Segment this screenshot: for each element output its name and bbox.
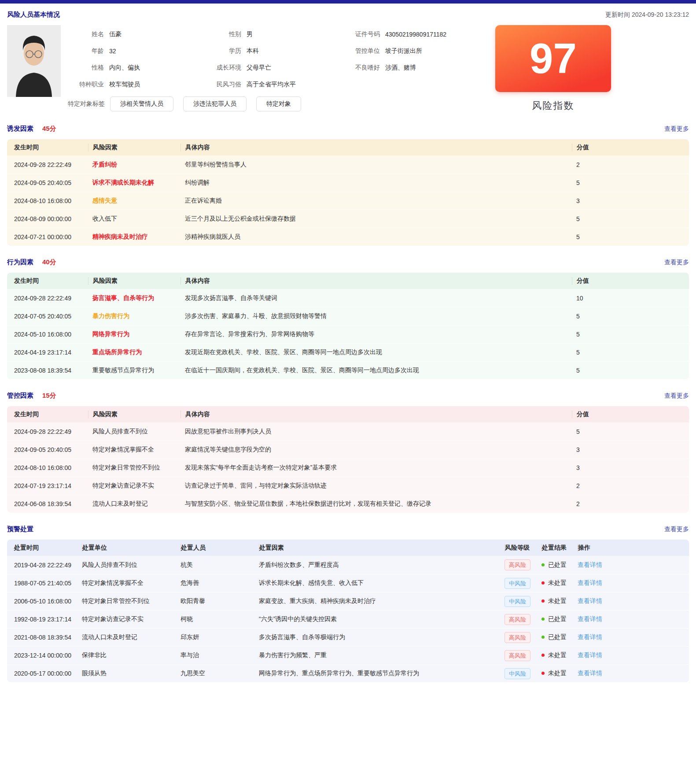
cell-score: 2 <box>572 482 689 489</box>
cell-score: 3 <box>572 446 689 453</box>
table-row: 2024-09-28 22:22:49 矛盾纠纷 邻里等纠纷警情当事人 2 <box>7 155 689 174</box>
view-more-link[interactable]: 查看更多 <box>664 525 689 533</box>
cell-factor: 风险人员排查不到位 <box>88 428 180 436</box>
view-more-link[interactable]: 查看更多 <box>664 125 689 133</box>
result-status: 已处置 <box>541 633 567 640</box>
cell-factor: 诉求长期未化解、感情失意、收入低下 <box>259 579 505 587</box>
cell-action: 查看详情 <box>578 597 689 605</box>
cell-factor: “六失”诱因中的关键失控因素 <box>259 615 505 623</box>
factor-name: 感情失意 <box>92 197 117 204</box>
section-score: 45分 <box>42 125 56 133</box>
cell-risk-level: 高风险 <box>505 632 541 643</box>
field-value: 430502199809171182 <box>385 31 446 38</box>
col-header-score: 分值 <box>572 410 689 418</box>
status-dot-icon <box>541 672 545 675</box>
table-row: 2024-06-08 18:39:54 流动人口未及时登记 与智慧安防小区、物业… <box>7 495 689 513</box>
special-object-tag[interactable]: 涉相关警情人员 <box>110 96 173 111</box>
cell-factor: 矛盾纠纷次数多、严重程度高 <box>259 561 505 569</box>
view-detail-link[interactable]: 查看详情 <box>578 615 602 622</box>
cell-time: 2024-07-21 00:00:00 <box>7 233 88 240</box>
field-value: 32 <box>109 48 116 55</box>
section-control-factors-head: 管控因素 15分 查看更多 <box>7 392 689 400</box>
col-header-disposal-unit: 处置单位 <box>82 544 180 552</box>
cell-factor: 感情失意 <box>88 197 180 205</box>
result-status: 未处置 <box>541 669 567 677</box>
factor-name: 精神疾病未及时治疗 <box>92 233 148 240</box>
cell-unit: 特定对象情况掌握不全 <box>82 579 180 587</box>
cell-score: 5 <box>572 313 689 320</box>
view-detail-link[interactable]: 查看详情 <box>578 633 602 640</box>
field-label: 学历 <box>213 47 241 55</box>
tags-list: 涉相关警情人员 涉违法犯罪人员 特定对象 <box>110 96 301 111</box>
section-behavior-factors-head: 行为因素 40分 查看更多 <box>7 258 689 266</box>
page-title: 风险人员基本情况 <box>7 11 60 19</box>
cell-factor: 暴力伤害行为频繁、严重 <box>259 651 505 659</box>
cell-factor: 流动人口未及时登记 <box>88 500 180 508</box>
special-object-tag[interactable]: 涉违法犯罪人员 <box>183 96 247 111</box>
col-header-disposal-time: 处置时间 <box>7 544 82 552</box>
cell-factor: 诉求不满或长期未化解 <box>88 179 180 187</box>
table-row: 2024-09-05 20:40:05 诉求不满或长期未化解 纠纷调解 5 <box>7 174 689 192</box>
col-header-result: 处置结果 <box>541 544 578 552</box>
col-header-score: 分值 <box>572 277 689 285</box>
cell-time: 2023-12-14 00:00:00 <box>7 652 82 659</box>
factor-name: 特定对象访查记录不实 <box>92 482 154 489</box>
view-detail-link[interactable]: 查看详情 <box>578 597 602 604</box>
special-object-tags-row: 特定对象标签 涉相关警情人员 涉违法犯罪人员 特定对象 <box>68 96 486 111</box>
factor-name: 风险人员排查不到位 <box>92 428 148 435</box>
view-more-link[interactable]: 查看更多 <box>664 392 689 400</box>
top-accent-bar <box>0 0 696 4</box>
cell-time: 2024-09-05 20:40:05 <box>7 179 88 186</box>
tags-label: 特定对象标签 <box>68 100 105 108</box>
result-status: 未处置 <box>541 651 567 658</box>
factor-name: 矛盾纠纷 <box>92 161 117 168</box>
cell-content: 发现多次扬言滋事、自杀等关键词 <box>180 294 572 302</box>
col-header-factor: 风险因素 <box>88 277 180 285</box>
cell-result: 已处置 <box>541 615 578 623</box>
view-detail-link[interactable]: 查看详情 <box>578 561 602 568</box>
cell-risk-level: 中风险 <box>505 596 541 607</box>
section-title: 行为因素 <box>7 258 33 266</box>
factor-name: 流动人口未及时登记 <box>92 500 148 507</box>
cell-time: 1988-07-05 21:40:05 <box>7 580 82 587</box>
col-header-disposal-factor: 处置因素 <box>259 544 505 552</box>
cell-action: 查看详情 <box>578 615 689 623</box>
cell-factor: 特定对象情况掌握不全 <box>88 446 180 454</box>
cell-score: 2 <box>572 161 689 168</box>
cell-score: 3 <box>572 197 689 204</box>
cell-action: 查看详情 <box>578 633 689 641</box>
factor-name: 网络异常行为 <box>92 330 129 337</box>
cell-unit: 保律非比 <box>82 651 180 659</box>
profile-field: 性别 男 <box>213 26 343 43</box>
view-detail-link[interactable]: 查看详情 <box>578 651 602 658</box>
cell-score: 5 <box>572 349 689 356</box>
cell-score: 3 <box>572 464 689 471</box>
special-object-tag[interactable]: 特定对象 <box>256 96 301 111</box>
view-detail-link[interactable]: 查看详情 <box>578 579 602 586</box>
cell-content: 正在诉讼离婚 <box>180 197 572 205</box>
cell-factor: 特定对象日常管控不到位 <box>88 464 180 472</box>
cell-person: 欧阳青馨 <box>180 597 259 605</box>
profile-photo <box>7 25 61 97</box>
col-header-score: 分值 <box>572 144 689 152</box>
table-row: 2023-12-14 00:00:00 保律非比 率与治 暴力伤害行为频繁、严重… <box>7 646 689 664</box>
field-label: 性别 <box>213 30 241 38</box>
status-dot-icon <box>541 636 545 639</box>
cell-factor: 暴力伤害行为 <box>88 312 180 320</box>
cell-score: 2 <box>572 500 689 507</box>
cell-content: 家庭情况等关键信息字段为空的 <box>180 446 572 454</box>
cell-content: 发现未落实“每半年全面走访考察一次特定对象”基本要求 <box>180 464 572 472</box>
risk-level-badge: 高风险 <box>505 632 530 643</box>
view-detail-link[interactable]: 查看详情 <box>578 669 602 677</box>
col-header-disposal-person: 处置人员 <box>180 544 259 552</box>
cell-content: 纠纷调解 <box>180 179 572 187</box>
cell-factor: 网络异常行为、重点场所异常行为、重要敏感节点异常行为 <box>259 669 505 677</box>
field-label: 证件号码 <box>343 30 380 38</box>
table-row: 1988-07-05 21:40:05 特定对象情况掌握不全 危海善 诉求长期未… <box>7 574 689 592</box>
cell-factor: 家庭变故、重大疾病、精神疾病未及时治疗 <box>259 597 505 605</box>
cell-time: 2019-04-28 22:22:49 <box>7 562 82 569</box>
profile-field: 证件号码 430502199809171182 <box>343 26 486 43</box>
cell-factor: 网络异常行为 <box>88 330 180 338</box>
view-more-link[interactable]: 查看更多 <box>664 259 689 266</box>
table-row: 2024-07-05 20:40:05 暴力伤害行为 涉多次伤害、家庭暴力、斗殴… <box>7 307 689 325</box>
